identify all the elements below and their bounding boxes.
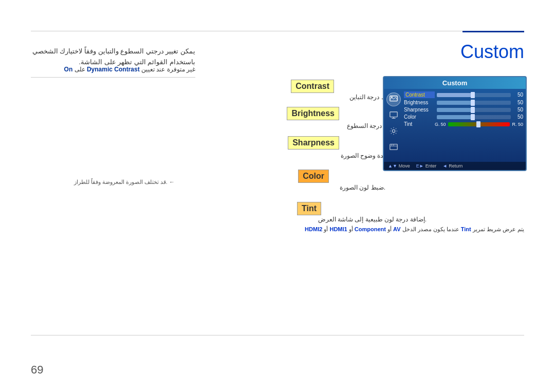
tint-note: يتم عرض شريط تمرير Tint عندما يكون مصدر … [305, 226, 524, 233]
tint-slider-label: Tint [404, 121, 435, 127]
tint-g-value: 50 [441, 122, 446, 127]
enter-label: Enter [425, 163, 437, 169]
monitor-content: Contrast 50 Brightness 50 Sharpness [384, 89, 526, 156]
arabic-main-text: يمكن تغيير درجتي السطوع والتباين وفقاً ل… [31, 46, 195, 68]
tint-note-mid: عندما يكون مصدر الدخل [401, 226, 459, 232]
tint-label: Tint [297, 202, 321, 215]
top-separator-line [31, 31, 524, 31]
color-slider-fill [437, 115, 474, 119]
contrast-slider-bar [437, 93, 511, 97]
tint-thumb [476, 121, 480, 127]
brightness-label: Brightness [287, 107, 339, 120]
monitor-icon-display [386, 108, 401, 122]
tint-note-hdmi1: HDMI1 [329, 226, 347, 232]
tint-note-prefix: يتم عرض شريط تمرير [471, 226, 524, 232]
bottom-note-dash: ← [168, 179, 175, 185]
dynamic-contrast-line: غير متوفرة عند تعيين Dynamic Contrast عل… [31, 66, 195, 73]
on-label: على [72, 66, 85, 73]
tint-g-label: G. [435, 122, 440, 127]
bottom-note-text: .قد تختلف الصورة المعروضة وفقاً للطراز [74, 179, 168, 185]
sharpness-slider-bar [437, 108, 511, 112]
tint-note-or3: أو [322, 226, 328, 232]
color-arabic-desc: .ضبط لون الصورة [340, 184, 385, 191]
contrast-label: Contrast [291, 80, 334, 93]
bottom-separator-line [31, 335, 524, 335]
sharpness-slider-row: Sharpness 50 [404, 107, 523, 113]
svg-rect-2 [390, 112, 397, 117]
brightness-slider-thumb [471, 100, 475, 106]
color-slider-label: Color [404, 114, 435, 120]
tint-r-value: R. 50 [512, 122, 523, 127]
brightness-slider-bar [437, 101, 511, 105]
unavailable-text: غير متوفرة عند تعيين [140, 66, 195, 73]
page-number: 69 [31, 363, 43, 377]
control-enter: E► Enter [416, 163, 436, 169]
sharpness-label: Sharpness [288, 136, 339, 150]
sharpness-slider-fill [437, 108, 474, 112]
color-slider-row: Color 50 [404, 114, 523, 120]
custom-title: Custom [460, 41, 524, 63]
color-slider-bar [437, 115, 511, 119]
control-return: ◄ Return [442, 163, 462, 169]
tint-note-or2: أو [347, 226, 353, 232]
color-slider-thumb [471, 114, 475, 120]
color-value: 50 [513, 114, 523, 120]
control-move: ▲▼ Move [388, 163, 410, 169]
brightness-slider-label: Brightness [404, 100, 435, 105]
monitor-icon-picture [386, 92, 401, 106]
brightness-slider-fill [437, 101, 474, 105]
enter-key: E► [416, 163, 424, 169]
contrast-value: 50 [513, 92, 523, 98]
bottom-note-display: ← .قد تختلف الصورة المعروضة وفقاً للطراز [74, 179, 175, 185]
tint-note-or1: أو [386, 226, 392, 232]
return-label: Return [449, 163, 462, 169]
tint-color-bar [448, 122, 510, 126]
return-key: ◄ [442, 163, 447, 169]
move-label: Move [399, 163, 410, 169]
on-value: On [64, 66, 73, 73]
svg-point-1 [391, 97, 393, 98]
tint-arabic-desc: .إضافة درجة لون طبيعية إلى شاشة العرض [318, 216, 427, 223]
brightness-value: 50 [513, 100, 523, 105]
sharpness-slider-thumb [471, 107, 475, 113]
sharpness-slider-label: Sharpness [404, 107, 435, 113]
tint-note-hdmi2: HDMI2 [305, 226, 322, 232]
separator-line [31, 77, 195, 78]
svg-point-5 [392, 129, 395, 132]
contrast-slider-row: Contrast 50 [404, 91, 523, 98]
monitor-icons-column [386, 91, 401, 154]
monitor-display: Custom [383, 76, 527, 171]
tint-note-tint: Tint [461, 226, 471, 232]
contrast-slider-thumb [471, 92, 475, 98]
monitor-controls: ▲▼ Move E► Enter ◄ Return [384, 162, 526, 170]
contrast-slider-fill [437, 93, 474, 97]
sharpness-value: 50 [513, 107, 523, 113]
contrast-slider-label: Contrast [404, 91, 435, 98]
color-label: Color [298, 170, 329, 183]
monitor-header: Custom [384, 77, 526, 89]
tint-note-component: Component [355, 226, 386, 232]
tint-slider-row: Tint G. 50 R. 50 [404, 121, 523, 127]
move-key: ▲▼ [388, 163, 397, 169]
monitor-icon-info [386, 140, 401, 154]
dynamic-contrast-highlight: Dynamic Contrast [87, 66, 140, 73]
monitor-sliders-column: Contrast 50 Brightness 50 Sharpness [404, 91, 523, 154]
brightness-slider-row: Brightness 50 [404, 100, 523, 105]
right-accent-line [462, 31, 524, 32]
monitor-icon-settings [386, 124, 401, 138]
tint-note-av: AV [393, 226, 400, 232]
